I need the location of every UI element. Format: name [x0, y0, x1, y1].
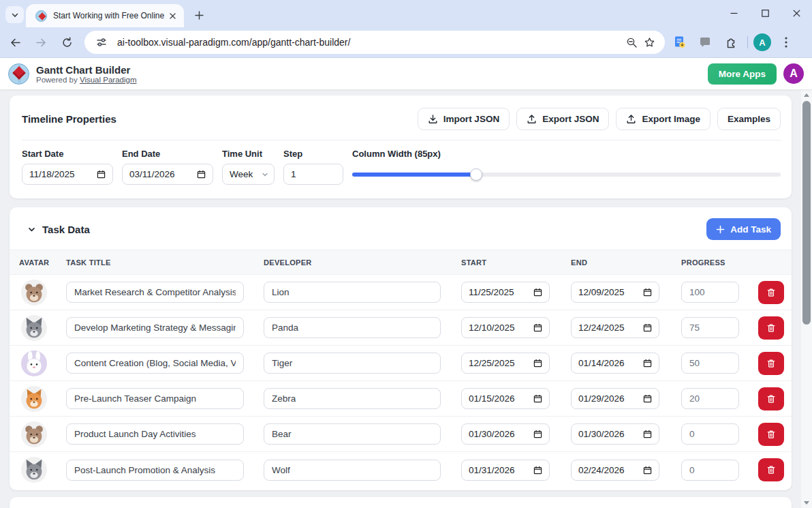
- step-input[interactable]: [283, 164, 343, 185]
- progress-input[interactable]: [681, 460, 739, 481]
- developer-input[interactable]: [264, 282, 441, 303]
- url-text[interactable]: ai-toolbox.visual-paradigm.com/app/gantt…: [117, 37, 623, 48]
- browser-profile-avatar[interactable]: A: [753, 33, 771, 51]
- reload-button[interactable]: [56, 31, 78, 53]
- progress-input[interactable]: [681, 423, 739, 445]
- slider-fill: [352, 173, 476, 177]
- zoom-out-icon[interactable]: [623, 33, 640, 51]
- forward-button[interactable]: [30, 31, 52, 53]
- developer-input[interactable]: [264, 388, 441, 409]
- calendar-icon[interactable]: [533, 430, 542, 438]
- avatar: [21, 421, 47, 447]
- task-title-input[interactable]: [66, 423, 244, 445]
- start-date-input[interactable]: 11/18/2025: [22, 164, 113, 185]
- scrollbar-up-arrow[interactable]: [801, 90, 812, 100]
- start-date-label: Start Date: [22, 149, 113, 159]
- start-date-input[interactable]: 11/25/2025: [461, 282, 550, 303]
- avatar: [21, 315, 47, 341]
- user-avatar[interactable]: A: [783, 63, 804, 84]
- page-scrollbar[interactable]: [801, 90, 812, 508]
- tab-search-button[interactable]: [5, 6, 24, 23]
- close-button[interactable]: [781, 0, 812, 26]
- time-unit-select[interactable]: Week: [222, 164, 275, 185]
- examples-button[interactable]: Examples: [717, 108, 781, 130]
- trash-icon: [766, 359, 776, 368]
- docs-offline-icon[interactable]: [670, 32, 690, 53]
- calendar-icon[interactable]: [533, 394, 542, 403]
- col-end: END: [571, 258, 681, 267]
- extensions-icon[interactable]: [720, 32, 740, 53]
- start-date-input[interactable]: 01/30/2026: [461, 423, 550, 445]
- end-date-input[interactable]: 01/29/2026: [571, 388, 659, 409]
- progress-input[interactable]: [681, 388, 739, 409]
- end-date-input[interactable]: 01/30/2026: [571, 423, 659, 445]
- scrollbar-thumb[interactable]: [802, 101, 811, 325]
- browser-tab[interactable]: Start Working with Free Online: [26, 4, 184, 27]
- start-date-input[interactable]: 12/10/2025: [461, 317, 550, 338]
- delete-task-button[interactable]: [758, 387, 784, 410]
- calendar-icon[interactable]: [533, 288, 542, 297]
- end-date-input[interactable]: 01/14/2026: [571, 353, 659, 374]
- export-image-button[interactable]: Export Image: [616, 108, 710, 130]
- browser-menu-icon[interactable]: [776, 32, 796, 53]
- table-row: 01/31/2026 02/24/2026: [10, 452, 792, 488]
- address-bar[interactable]: ai-toolbox.visual-paradigm.com/app/gantt…: [84, 31, 665, 54]
- start-date-input[interactable]: 01/31/2026: [461, 460, 550, 481]
- calendar-icon[interactable]: [643, 359, 652, 368]
- progress-input[interactable]: [681, 282, 739, 303]
- slider-thumb[interactable]: [470, 168, 482, 181]
- calendar-icon[interactable]: [197, 170, 206, 179]
- plus-icon: [716, 225, 725, 234]
- calendar-icon[interactable]: [643, 288, 652, 297]
- delete-task-button[interactable]: [758, 281, 784, 304]
- end-date-input[interactable]: 12/24/2025: [571, 317, 659, 338]
- calendar-icon[interactable]: [533, 323, 542, 332]
- delete-task-button[interactable]: [758, 316, 784, 340]
- developer-input[interactable]: [264, 317, 441, 338]
- calendar-icon[interactable]: [643, 323, 652, 332]
- task-title-input[interactable]: [66, 353, 244, 374]
- minimize-button[interactable]: [718, 0, 749, 26]
- column-width-slider[interactable]: [352, 164, 781, 185]
- task-title-input[interactable]: [66, 460, 244, 481]
- maximize-button[interactable]: [749, 0, 781, 26]
- delete-task-button[interactable]: [758, 352, 784, 375]
- progress-input[interactable]: [681, 353, 739, 374]
- delete-task-button[interactable]: [758, 458, 784, 481]
- end-date-input[interactable]: 03/11/2026: [122, 164, 213, 185]
- import-json-button[interactable]: Import JSON: [418, 108, 510, 130]
- site-settings-icon[interactable]: [93, 33, 110, 51]
- calendar-icon[interactable]: [643, 466, 652, 475]
- progress-input[interactable]: [681, 317, 739, 338]
- more-apps-button[interactable]: More Apps: [708, 63, 777, 85]
- start-date-input[interactable]: 01/15/2026: [461, 388, 550, 409]
- export-json-button[interactable]: Export JSON: [516, 108, 609, 130]
- add-task-button[interactable]: Add Task: [706, 218, 781, 240]
- task-rows: 11/25/2025 12/09/2025 12/10/2025 12/24/2…: [10, 275, 792, 488]
- new-tab-button[interactable]: [191, 7, 207, 23]
- tab-close-icon[interactable]: [167, 10, 178, 22]
- developer-input[interactable]: [264, 353, 441, 374]
- calendar-icon[interactable]: [533, 359, 542, 368]
- task-data-collapse[interactable]: Task Data: [27, 224, 90, 235]
- back-button[interactable]: [4, 31, 26, 53]
- developer-input[interactable]: [264, 423, 441, 445]
- end-date-input[interactable]: 02/24/2026: [571, 460, 659, 481]
- calendar-icon[interactable]: [97, 170, 106, 179]
- calendar-icon[interactable]: [533, 466, 542, 475]
- start-date-input[interactable]: 12/25/2025: [461, 353, 550, 374]
- developer-input[interactable]: [264, 460, 441, 481]
- scrollbar-down-arrow[interactable]: [801, 498, 812, 508]
- task-title-input[interactable]: [66, 317, 244, 338]
- end-date-input[interactable]: 12/09/2025: [571, 282, 659, 303]
- delete-task-button[interactable]: [758, 423, 784, 446]
- task-title-input[interactable]: [66, 282, 244, 303]
- task-title-input[interactable]: [66, 388, 244, 409]
- calendar-icon[interactable]: [643, 430, 652, 438]
- table-row: 12/10/2025 12/24/2025: [10, 310, 792, 346]
- bookmark-star-icon[interactable]: [640, 33, 658, 51]
- calendar-icon[interactable]: [643, 394, 652, 403]
- comment-icon[interactable]: [695, 32, 715, 53]
- visual-paradigm-link[interactable]: Visual Paradigm: [80, 76, 137, 84]
- timeline-properties-card: Timeline Properties Import JSON Export J…: [10, 95, 792, 198]
